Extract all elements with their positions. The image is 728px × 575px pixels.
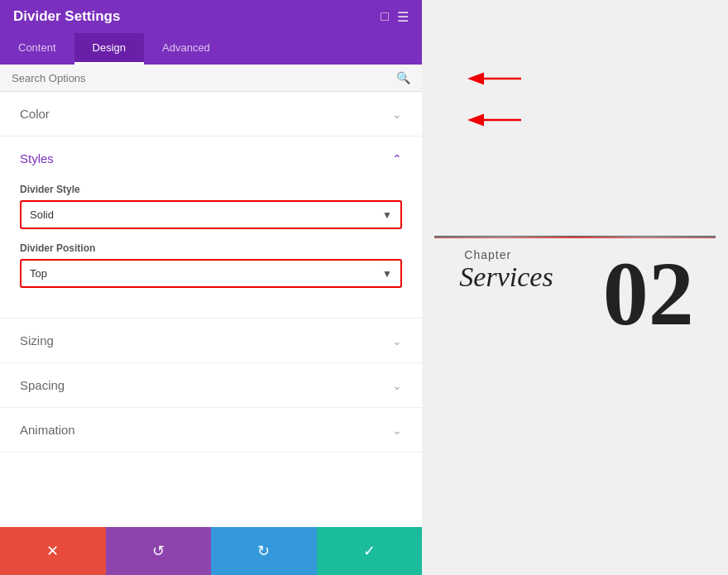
chevron-down-icon: ⌄ — [392, 108, 402, 121]
divider-style-label: Divider Style — [20, 184, 402, 195]
section-styles-body: Divider Style Solid Dashed Dotted Double… — [0, 184, 422, 318]
focus-icon[interactable]: □ — [381, 9, 389, 25]
undo-button[interactable]: ↺ — [106, 527, 212, 575]
section-color: Color ⌄ — [0, 92, 422, 137]
section-spacing-header[interactable]: Spacing ⌄ — [0, 363, 422, 407]
section-color-title: Color — [20, 107, 50, 121]
section-styles-header[interactable]: Styles ⌃ — [0, 137, 422, 180]
redo-icon: ↻ — [257, 542, 270, 560]
panel-content: Color ⌄ Styles ⌃ Divider Style Solid Das… — [0, 92, 422, 527]
panel-title: Divider Settings — [13, 8, 120, 25]
search-bar: 🔍 — [0, 65, 422, 92]
confirm-icon: ✓ — [363, 542, 376, 560]
section-styles-title: Styles — [20, 151, 54, 165]
preview-content: Chapter Services 02 — [434, 236, 716, 339]
search-input[interactable] — [12, 72, 390, 84]
search-icon: 🔍 — [396, 71, 410, 84]
header-icons: □ ☰ — [381, 9, 409, 25]
chevron-down-icon: ⌄ — [392, 379, 402, 392]
cancel-icon: ✕ — [46, 542, 59, 560]
divider-position-select[interactable]: Top Center Bottom — [22, 261, 400, 286]
divider-position-label: Divider Position — [20, 242, 402, 254]
panel-header: Divider Settings □ ☰ — [0, 0, 422, 33]
section-animation: Animation ⌄ — [0, 408, 422, 453]
chevron-down-icon: ⌄ — [392, 334, 402, 347]
undo-icon: ↺ — [152, 542, 165, 560]
settings-icon[interactable]: ☰ — [397, 9, 409, 25]
chapter-label: Chapter — [464, 248, 511, 261]
chevron-down-icon: ⌄ — [392, 424, 402, 437]
section-styles: Styles ⌃ Divider Style Solid Dashed Dott… — [0, 137, 422, 319]
tabs-bar: Content Design Advanced — [0, 33, 422, 65]
section-color-header[interactable]: Color ⌄ — [0, 92, 422, 136]
chapter-title: Services — [459, 261, 553, 293]
divider-style-select[interactable]: Solid Dashed Dotted Double — [22, 202, 400, 228]
preview-area: Chapter Services 02 — [422, 0, 728, 575]
bottom-toolbar: ✕ ↺ ↻ ✓ — [0, 527, 422, 575]
divider-preview — [434, 236, 716, 238]
section-animation-title: Animation — [20, 423, 75, 437]
settings-panel: Divider Settings □ ☰ Content Design Adva… — [0, 0, 422, 575]
confirm-button[interactable]: ✓ — [317, 527, 423, 575]
chapter-number: 02 — [603, 248, 694, 339]
tab-design[interactable]: Design — [74, 33, 144, 65]
section-sizing: Sizing ⌄ — [0, 319, 422, 363]
divider-position-wrapper: Top Center Bottom ▼ — [20, 259, 402, 288]
tab-content[interactable]: Content — [0, 33, 74, 65]
section-spacing-title: Spacing — [20, 378, 65, 392]
chevron-up-icon: ⌃ — [392, 152, 402, 165]
section-animation-header[interactable]: Animation ⌄ — [0, 408, 422, 452]
section-sizing-title: Sizing — [20, 333, 54, 347]
tab-advanced[interactable]: Advanced — [144, 33, 228, 65]
divider-line — [434, 236, 716, 238]
section-spacing: Spacing ⌄ — [0, 363, 422, 408]
divider-style-wrapper: Solid Dashed Dotted Double ▼ — [20, 200, 402, 229]
section-sizing-header[interactable]: Sizing ⌄ — [0, 319, 422, 362]
cancel-button[interactable]: ✕ — [0, 527, 106, 575]
redo-button[interactable]: ↻ — [211, 527, 317, 575]
